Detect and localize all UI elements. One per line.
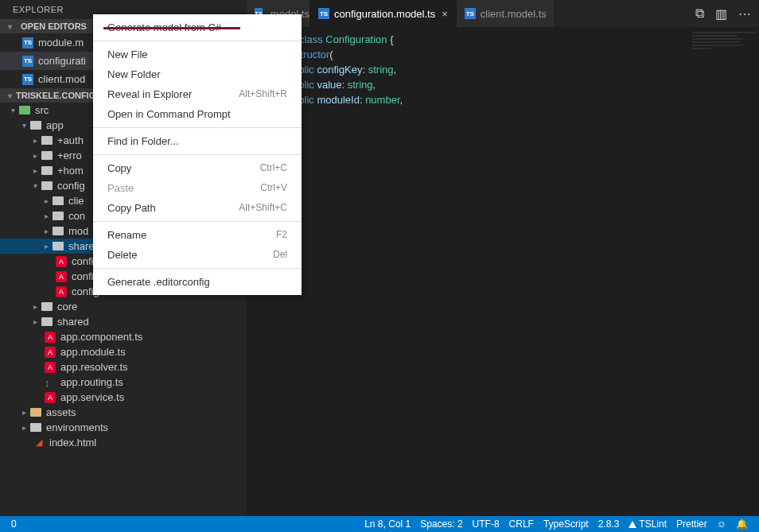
code-editor[interactable]: port class Configuration { constructor( … bbox=[247, 27, 759, 127]
tree-file[interactable]: Aapp.module.ts bbox=[0, 344, 247, 359]
menu-label: Delete bbox=[107, 249, 138, 261]
menu-label: New Folder bbox=[107, 68, 160, 80]
menu-label: Open in Command Prompt bbox=[107, 108, 231, 120]
tree-label: app.module.ts bbox=[60, 346, 126, 358]
menu-reveal[interactable]: Reveal in ExplorerAlt+Shift+R bbox=[93, 84, 302, 104]
menu-label: Copy bbox=[107, 162, 131, 174]
tree-folder[interactable]: ▸shared bbox=[0, 314, 247, 329]
status-bar: 0 Ln 8, Col 1 Spaces: 2 UTF-8 CRLF TypeS… bbox=[0, 516, 759, 532]
chevron-down-icon: ▾ bbox=[33, 181, 41, 190]
menu-new-folder[interactable]: New Folder bbox=[93, 64, 302, 84]
editor-item-label: module.m bbox=[38, 37, 84, 49]
folder-icon bbox=[41, 181, 53, 190]
tab-client[interactable]: TSclient.model.ts bbox=[457, 0, 555, 27]
split-editor-icon[interactable]: ⧉ bbox=[695, 6, 704, 21]
layout-icon[interactable]: ▥ bbox=[715, 6, 727, 21]
folder-icon bbox=[19, 106, 30, 115]
chevron-right-icon: ▸ bbox=[33, 166, 41, 175]
typescript-icon: TS bbox=[22, 37, 33, 49]
status-spaces[interactable]: Spaces: 2 bbox=[415, 518, 467, 530]
tree-label: clie bbox=[68, 195, 84, 207]
code-punc: ( bbox=[329, 49, 333, 60]
code-id: moduleId bbox=[317, 94, 359, 106]
editor-tabs: TS.model.ts TSconfiguration.model.ts× TS… bbox=[247, 0, 759, 27]
status-eol[interactable]: CRLF bbox=[504, 518, 539, 530]
chevron-right-icon: ▸ bbox=[22, 423, 30, 432]
tree-label: con bbox=[68, 210, 85, 222]
status-position[interactable]: Ln 8, Col 1 bbox=[360, 518, 415, 530]
menu-new-file[interactable]: New File bbox=[93, 45, 302, 64]
tree-file[interactable]: Aapp.component.ts bbox=[0, 329, 247, 344]
status-feedback-icon[interactable]: ☺ bbox=[712, 518, 731, 530]
folder-icon bbox=[53, 227, 64, 235]
menu-label: Reveal in Explorer bbox=[107, 88, 192, 100]
status-version[interactable]: 2.8.3 bbox=[594, 518, 625, 530]
status-prettier[interactable]: Prettier bbox=[671, 518, 712, 530]
code-id: value bbox=[317, 79, 341, 91]
editor-item-label: configurati bbox=[38, 55, 86, 67]
tree-file[interactable]: ◢index.html bbox=[0, 435, 247, 450]
menu-separator bbox=[93, 41, 302, 41]
context-menu: Generate model from C# New File New Fold… bbox=[93, 14, 302, 295]
menu-label: Copy Path bbox=[107, 202, 156, 214]
typescript-icon: TS bbox=[465, 8, 476, 19]
code-punc: { bbox=[390, 33, 393, 45]
tree-file[interactable]: Aapp.resolver.ts bbox=[0, 359, 247, 375]
minimap[interactable] bbox=[692, 30, 756, 78]
status-bell-icon[interactable]: 🔔 bbox=[731, 518, 753, 530]
folder-icon bbox=[41, 151, 53, 160]
tree-label: app.resolver.ts bbox=[60, 361, 128, 373]
tree-label: src bbox=[35, 104, 49, 116]
code-id: configKey bbox=[317, 64, 362, 76]
status-encoding[interactable]: UTF-8 bbox=[468, 518, 504, 530]
tab-configuration[interactable]: TSconfiguration.model.ts× bbox=[310, 0, 457, 27]
status-tslint-label: TSLint bbox=[639, 518, 667, 530]
chevron-right-icon: ▸ bbox=[22, 408, 30, 417]
chevron-right-icon: ▸ bbox=[33, 317, 41, 326]
menu-separator bbox=[93, 221, 302, 222]
tree-folder[interactable]: ▸core bbox=[0, 299, 247, 314]
typescript-icon: TS bbox=[318, 8, 329, 19]
menu-find-folder[interactable]: Find in Folder... bbox=[93, 131, 302, 151]
angular-icon: A bbox=[56, 286, 67, 297]
tree-folder[interactable]: ▸environments bbox=[0, 420, 247, 435]
tree-file[interactable]: Aapp.service.ts bbox=[0, 390, 247, 405]
html-icon: ◢ bbox=[33, 437, 45, 449]
tree-label: +hom bbox=[57, 165, 84, 177]
menu-label: Rename bbox=[107, 229, 146, 241]
menu-shortcut: F2 bbox=[276, 229, 287, 241]
close-icon[interactable]: × bbox=[442, 8, 448, 20]
tree-label: app.service.ts bbox=[60, 391, 124, 403]
more-icon[interactable]: ⋯ bbox=[738, 6, 751, 21]
folder-icon bbox=[41, 302, 53, 311]
tree-label: config bbox=[57, 180, 85, 192]
menu-shortcut: Alt+Shift+C bbox=[239, 202, 287, 214]
status-errors[interactable]: 0 bbox=[6, 518, 21, 530]
menu-cmd-prompt[interactable]: Open in Command Prompt bbox=[93, 104, 302, 124]
status-language[interactable]: TypeScript bbox=[539, 518, 594, 530]
tab-toolbar: ⧉ ▥ ⋯ bbox=[687, 0, 759, 27]
menu-editorconfig[interactable]: Generate .editorconfig bbox=[93, 272, 302, 292]
project-header-label: TRISKELE.CONFIG. bbox=[16, 91, 98, 100]
menu-label: New File bbox=[107, 49, 148, 60]
menu-shortcut: Ctrl+C bbox=[260, 162, 287, 174]
status-tslint[interactable]: TSLint bbox=[624, 518, 671, 530]
tree-label: shared bbox=[57, 316, 89, 328]
menu-copy-path[interactable]: Copy PathAlt+Shift+C bbox=[93, 198, 302, 218]
tree-file[interactable]: ↕app.routing.ts bbox=[0, 375, 247, 390]
tree-folder-assets[interactable]: ▸assets bbox=[0, 405, 247, 420]
code-kw: class bbox=[299, 33, 325, 45]
menu-copy[interactable]: CopyCtrl+C bbox=[93, 158, 302, 178]
menu-rename[interactable]: RenameF2 bbox=[93, 225, 302, 245]
code-type: string bbox=[368, 64, 394, 76]
angular-icon: A bbox=[45, 347, 56, 358]
editor-item-label: client.mod bbox=[38, 73, 85, 85]
code-cls: Configuration bbox=[325, 33, 390, 45]
code-punc: , bbox=[400, 94, 403, 106]
tree-label: app.component.ts bbox=[60, 331, 142, 343]
menu-delete[interactable]: DeleteDel bbox=[93, 245, 302, 265]
code-punc: , bbox=[373, 79, 376, 91]
folder-icon bbox=[30, 423, 41, 432]
tab-label: client.model.ts bbox=[481, 8, 547, 20]
menu-shortcut: Alt+Shift+R bbox=[239, 88, 287, 100]
